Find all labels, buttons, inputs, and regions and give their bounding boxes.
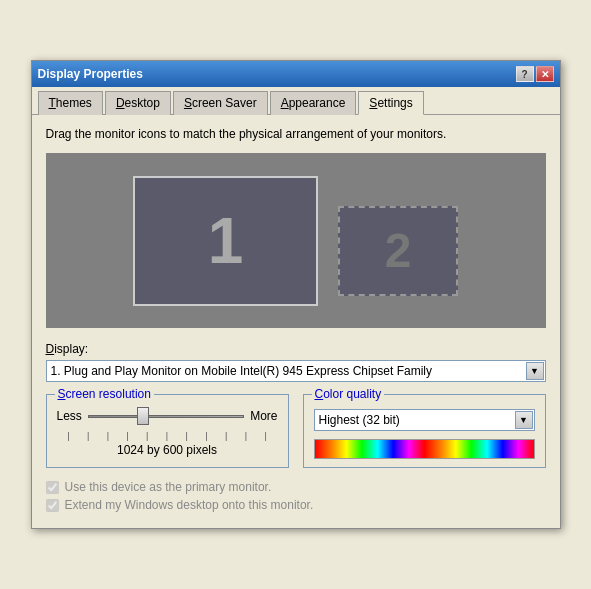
tick: | bbox=[264, 431, 266, 441]
tab-screen-saver[interactable]: Screen Saver bbox=[173, 91, 268, 115]
display-select[interactable]: 1. Plug and Play Monitor on Mobile Intel… bbox=[46, 360, 546, 382]
extend-desktop-checkbox[interactable] bbox=[46, 499, 59, 512]
tab-desktop[interactable]: Desktop bbox=[105, 91, 171, 115]
tabs-bar: Themes Desktop Screen Saver Appearance S… bbox=[32, 87, 560, 115]
color-quality-group: Color quality Highest (32 bit) Medium (1… bbox=[303, 394, 546, 468]
tab-content: Drag the monitor icons to match the phys… bbox=[32, 115, 560, 528]
tick: | bbox=[205, 431, 207, 441]
resolution-slider-track[interactable] bbox=[88, 407, 244, 425]
color-preview-bar bbox=[314, 439, 535, 459]
resolution-group-label: Screen resolution bbox=[55, 387, 154, 401]
description-text: Drag the monitor icons to match the phys… bbox=[46, 127, 546, 141]
tick: | bbox=[107, 431, 109, 441]
close-button[interactable]: ✕ bbox=[536, 66, 554, 82]
bottom-section: Screen resolution Less More | | | | bbox=[46, 394, 546, 468]
color-quality-select-wrapper: Highest (32 bit) Medium (16 bit) Low (8 … bbox=[314, 409, 535, 431]
window-title: Display Properties bbox=[38, 67, 143, 81]
screen-resolution-group: Screen resolution Less More | | | | bbox=[46, 394, 289, 468]
tick: | bbox=[87, 431, 89, 441]
monitor-2[interactable]: 2 bbox=[338, 206, 458, 296]
slider-line bbox=[88, 415, 244, 418]
more-label: More bbox=[250, 409, 277, 423]
tab-settings[interactable]: Settings bbox=[358, 91, 423, 115]
checkboxes-section: Use this device as the primary monitor. … bbox=[46, 480, 546, 512]
tab-appearance[interactable]: Appearance bbox=[270, 91, 357, 115]
display-select-wrapper: 1. Plug and Play Monitor on Mobile Intel… bbox=[46, 360, 546, 382]
less-label: Less bbox=[57, 409, 82, 423]
tick-row: | | | | | | | | | | | bbox=[57, 431, 278, 441]
tick: | bbox=[67, 431, 69, 441]
slider-row: Less More bbox=[57, 407, 278, 425]
extend-desktop-label: Extend my Windows desktop onto this moni… bbox=[65, 498, 314, 512]
extend-desktop-row: Extend my Windows desktop onto this moni… bbox=[46, 498, 546, 512]
tick: | bbox=[126, 431, 128, 441]
slider-thumb[interactable] bbox=[137, 407, 149, 425]
title-bar: Display Properties ? ✕ bbox=[32, 61, 560, 87]
tick: | bbox=[245, 431, 247, 441]
display-label: Display: bbox=[46, 342, 546, 356]
title-bar-buttons: ? ✕ bbox=[516, 66, 554, 82]
monitor-1[interactable]: 1 bbox=[133, 176, 318, 306]
color-quality-select[interactable]: Highest (32 bit) Medium (16 bit) Low (8 … bbox=[314, 409, 535, 431]
primary-monitor-checkbox[interactable] bbox=[46, 481, 59, 494]
tick: | bbox=[146, 431, 148, 441]
tick: | bbox=[166, 431, 168, 441]
primary-monitor-label: Use this device as the primary monitor. bbox=[65, 480, 272, 494]
tick: | bbox=[186, 431, 188, 441]
monitor-area: 1 2 bbox=[46, 153, 546, 328]
display-properties-window: Display Properties ? ✕ Themes Desktop Sc… bbox=[31, 60, 561, 529]
tab-themes[interactable]: Themes bbox=[38, 91, 103, 115]
resolution-value: 1024 by 600 pixels bbox=[57, 443, 278, 457]
tick: | bbox=[225, 431, 227, 441]
help-button[interactable]: ? bbox=[516, 66, 534, 82]
primary-monitor-row: Use this device as the primary monitor. bbox=[46, 480, 546, 494]
color-quality-label: Color quality bbox=[312, 387, 385, 401]
